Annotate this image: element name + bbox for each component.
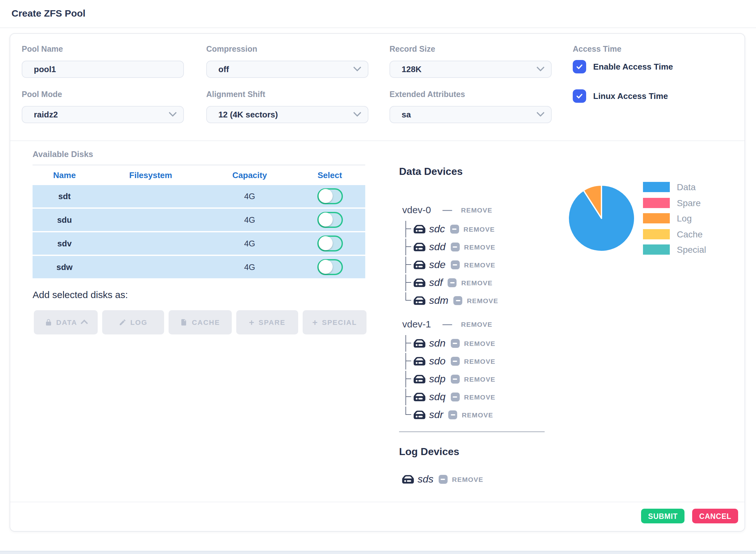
disk-icon (413, 223, 426, 235)
add-data-button[interactable]: DATA (34, 310, 98, 334)
cancel-button[interactable]: CANCEL (692, 509, 739, 523)
list-item: sds REMOVE (399, 470, 623, 488)
file-icon (180, 319, 188, 326)
device-name: sdc (429, 223, 445, 235)
page-bottom-strip (0, 551, 756, 554)
column-header-filesystem: Filesystem (96, 170, 205, 180)
table-row: sdv 4G (33, 232, 365, 254)
caret-up-icon (81, 320, 88, 327)
add-special-button[interactable]: + SPECIAL (303, 310, 367, 334)
vdev-name: vdev-1 (402, 319, 431, 329)
alignment-shift-value: 12 (4K sectors) (218, 110, 278, 119)
legend-item[interactable]: Spare (643, 198, 706, 208)
remove-device-button[interactable]: REMOVE (467, 297, 498, 304)
table-row: sdw 4G (33, 256, 365, 278)
minus-icon[interactable] (451, 392, 460, 401)
disk-select-toggle[interactable] (317, 259, 342, 275)
chevron-down-icon (536, 63, 544, 71)
enable-access-time-checkbox[interactable] (573, 60, 586, 73)
add-log-button[interactable]: LOG (102, 310, 164, 334)
collapse-vdev-icon[interactable]: — (442, 204, 452, 215)
tree-branch-icon (399, 238, 413, 256)
minus-icon[interactable] (451, 261, 460, 269)
remove-device-button[interactable]: REMOVE (461, 279, 493, 287)
minus-icon[interactable] (448, 410, 457, 419)
pool-name-label: Pool Name (22, 45, 63, 54)
legend-swatch (643, 244, 670, 255)
tree-branch-end-icon (399, 292, 413, 310)
column-header-name: Name (33, 170, 96, 180)
footer-divider (10, 502, 745, 502)
remove-device-button[interactable]: REMOVE (464, 261, 495, 269)
toggle-knob (318, 213, 332, 227)
legend-item[interactable]: Log (643, 213, 706, 223)
minus-icon[interactable] (439, 475, 448, 484)
remove-device-button[interactable]: REMOVE (464, 340, 495, 347)
chevron-down-icon (169, 109, 176, 117)
list-item: sdf REMOVE (399, 274, 623, 292)
remove-device-button[interactable]: REMOVE (464, 243, 495, 251)
tree-branch-icon (399, 370, 413, 388)
extended-attributes-select[interactable]: sa (389, 106, 552, 123)
plus-icon: + (249, 318, 255, 327)
minus-icon[interactable] (448, 278, 457, 287)
create-pool-card: Pool Name pool1 Compression off Record S… (10, 33, 745, 532)
toggle-knob (318, 236, 332, 251)
disk-select-toggle[interactable] (317, 235, 342, 252)
remove-device-button[interactable]: REMOVE (464, 357, 495, 365)
add-spare-label: SPARE (259, 319, 285, 326)
chevron-down-icon (353, 109, 361, 117)
plus-icon: + (312, 318, 318, 327)
pool-name-input[interactable]: pool1 (22, 61, 184, 78)
remove-vdev-button[interactable]: REMOVE (461, 320, 492, 328)
minus-icon[interactable] (451, 375, 460, 384)
legend-swatch (643, 198, 670, 208)
minus-icon[interactable] (451, 242, 460, 252)
device-name: sdo (429, 355, 446, 367)
linux-access-time-checkbox[interactable] (573, 89, 586, 103)
legend-label: Special (677, 244, 706, 255)
collapse-vdev-icon[interactable]: — (442, 319, 452, 329)
minus-icon[interactable] (451, 339, 460, 348)
minus-icon[interactable] (451, 357, 460, 366)
submit-button[interactable]: SUBMIT (641, 509, 685, 523)
device-name: sdn (429, 338, 446, 349)
remove-device-button[interactable]: REMOVE (462, 411, 493, 419)
record-size-select[interactable]: 128K (389, 61, 552, 78)
extended-attributes-value: sa (401, 110, 411, 119)
tree-branch-icon (399, 274, 413, 292)
remove-device-button[interactable]: REMOVE (452, 476, 483, 483)
minus-icon[interactable] (453, 296, 462, 305)
remove-device-button[interactable]: REMOVE (464, 375, 495, 383)
device-name: sds (418, 474, 434, 485)
add-cache-button[interactable]: CACHE (169, 310, 232, 334)
legend-label: Log (677, 213, 692, 223)
list-item: sdn REMOVE (399, 334, 623, 352)
legend-item[interactable]: Data (643, 182, 706, 192)
disk-icon (413, 391, 426, 403)
toggle-knob (318, 260, 332, 274)
disk-select-toggle[interactable] (317, 212, 342, 228)
check-icon (575, 63, 584, 70)
list-item: sdo REMOVE (399, 352, 623, 370)
minus-icon[interactable] (450, 225, 459, 234)
column-header-capacity: Capacity (205, 170, 294, 180)
legend-item[interactable]: Special (643, 244, 706, 255)
pool-mode-select[interactable]: raidz2 (22, 106, 184, 123)
list-item: sdr REMOVE (399, 406, 623, 424)
pencil-icon (119, 319, 126, 326)
legend-item[interactable]: Cache (643, 229, 706, 239)
compression-select[interactable]: off (206, 61, 368, 78)
add-spare-button[interactable]: + SPARE (236, 310, 298, 334)
pool-mode-value: raidz2 (34, 110, 58, 119)
alignment-shift-select[interactable]: 12 (4K sectors) (206, 106, 368, 123)
remove-vdev-button[interactable]: REMOVE (461, 206, 492, 214)
disk-select-toggle[interactable] (317, 188, 342, 204)
remove-device-button[interactable]: REMOVE (464, 225, 495, 233)
page-title: Create ZFS Pool (11, 8, 86, 18)
list-item: sde REMOVE (399, 256, 623, 274)
legend-swatch (643, 182, 670, 192)
available-disks-title: Available Disks (33, 149, 93, 159)
disk-name: sdw (33, 262, 96, 272)
remove-device-button[interactable]: REMOVE (464, 393, 495, 401)
